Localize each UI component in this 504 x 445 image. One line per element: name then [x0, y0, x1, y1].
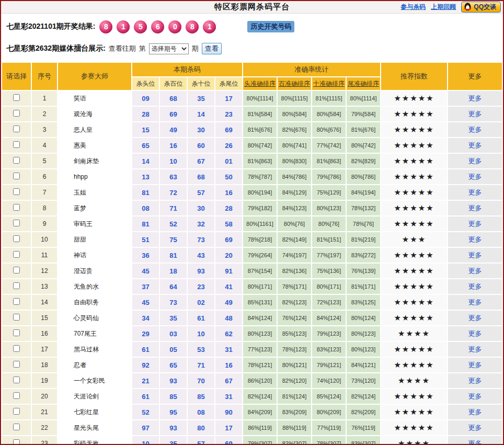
more-link[interactable]: 更多 — [468, 376, 482, 384]
more-link[interactable]: 更多 — [468, 157, 482, 165]
table-row: 22星光头尾9793801786%[119]88%[119]77%[119]76… — [2, 420, 502, 435]
more-link[interactable]: 更多 — [468, 94, 482, 102]
row-checkbox[interactable] — [13, 329, 20, 336]
row-checkbox[interactable] — [13, 392, 20, 399]
period-select[interactable]: 选择期号 — [149, 43, 189, 54]
more-link[interactable]: 更多 — [468, 173, 482, 180]
row-checkbox[interactable] — [13, 204, 20, 211]
more-link[interactable]: 更多 — [468, 125, 482, 133]
kill-code-hundred: 73 — [160, 295, 187, 310]
more-link[interactable]: 更多 — [468, 141, 482, 149]
kill-code-ten: 57 — [188, 436, 214, 445]
row-checkbox[interactable] — [13, 361, 20, 368]
row-checkbox[interactable] — [13, 141, 20, 148]
row-number: 11 — [32, 248, 57, 263]
more-link[interactable]: 更多 — [468, 439, 482, 445]
sort-accuracy-head[interactable]: 头准确排序 — [244, 80, 276, 87]
row-checkbox[interactable] — [13, 110, 20, 117]
more-cell: 更多 — [448, 216, 502, 231]
master-name: 神话 — [58, 248, 131, 263]
accuracy-head: 81%[584] — [243, 107, 277, 121]
row-checkbox[interactable] — [13, 439, 20, 445]
row-number: 13 — [32, 279, 57, 294]
table-row: 20天涯论剑6185853182%[124]81%[124]85%[124]82… — [2, 389, 502, 404]
sort-accuracy-hundred[interactable]: 百准确排序 — [279, 80, 310, 87]
row-select-cell — [2, 154, 31, 168]
row-checkbox[interactable] — [13, 220, 20, 226]
more-link[interactable]: 更多 — [468, 329, 482, 337]
lottery-ball: 8 — [186, 20, 199, 33]
kill-code-ten: 08 — [188, 405, 214, 419]
view-button[interactable]: 查看 — [202, 43, 222, 54]
row-checkbox[interactable] — [13, 282, 20, 289]
accuracy-tail: 83%[125] — [347, 295, 380, 310]
star-rating: ★★★★★ — [381, 389, 447, 404]
sort-accuracy-tail[interactable]: 尾准确排序 — [348, 80, 379, 87]
accuracy-tail: 80%[742] — [347, 138, 380, 153]
header-stars: 推荐指数 — [381, 63, 447, 90]
row-number: 19 — [32, 373, 57, 388]
more-link[interactable]: 更多 — [468, 361, 482, 369]
more-link[interactable]: 更多 — [468, 204, 482, 212]
accuracy-head: 86%[120] — [243, 373, 277, 388]
row-checkbox[interactable] — [13, 188, 20, 195]
more-link[interactable]: 更多 — [468, 314, 482, 322]
row-checkbox[interactable] — [13, 376, 20, 383]
more-link[interactable]: 更多 — [468, 188, 482, 196]
row-checkbox[interactable] — [13, 267, 20, 273]
row-checkbox[interactable] — [13, 298, 20, 305]
row-checkbox[interactable] — [13, 125, 20, 132]
more-link[interactable]: 更多 — [468, 267, 482, 275]
row-checkbox[interactable] — [13, 173, 20, 179]
more-link[interactable]: 更多 — [468, 235, 482, 243]
accuracy-tail: 78%[132] — [347, 201, 380, 215]
more-link[interactable]: 更多 — [468, 220, 482, 227]
header-accuracy-group: 准确率统计 — [243, 63, 380, 76]
more-cell: 更多 — [448, 311, 502, 325]
row-checkbox[interactable] — [13, 251, 20, 258]
qq-chat-button[interactable]: QQ交谈 — [461, 2, 501, 13]
accuracy-ten: 81%[863] — [312, 154, 346, 168]
accuracy-hundred: 83%[209] — [278, 405, 311, 419]
more-link[interactable]: 更多 — [468, 345, 482, 353]
kill-code-hundred: 35 — [160, 311, 187, 325]
row-checkbox[interactable] — [13, 345, 20, 352]
accuracy-head: 87%[154] — [243, 264, 277, 278]
accuracy-hundred: 80%[76] — [278, 216, 311, 231]
row-checkbox[interactable] — [13, 408, 20, 415]
kill-code-tail: 49 — [215, 295, 242, 310]
row-checkbox[interactable] — [13, 94, 20, 101]
more-link[interactable]: 更多 — [468, 110, 482, 118]
lottery-ball: 1 — [117, 20, 130, 33]
more-link[interactable]: 更多 — [468, 282, 482, 290]
kill-code-ten: 67 — [188, 154, 214, 168]
master-name: 澄迈贵 — [58, 264, 131, 278]
kill-code-tail: 20 — [215, 248, 242, 263]
sort-accuracy-ten[interactable]: 十准确排序 — [313, 80, 345, 87]
row-checkbox[interactable] — [13, 424, 20, 430]
more-link[interactable]: 更多 — [468, 408, 482, 416]
more-link[interactable]: 更多 — [468, 392, 482, 400]
row-checkbox[interactable] — [13, 235, 20, 242]
master-name: 707尾王 — [58, 326, 131, 341]
result-balls: 8156081 — [99, 20, 220, 33]
row-checkbox[interactable] — [13, 157, 20, 164]
kill-code-hundred: 16 — [160, 138, 187, 153]
table-row: 18忍者9265711678%[121]80%[121]79%[121]84%[… — [2, 358, 502, 372]
accuracy-head: 86%[119] — [243, 420, 277, 435]
row-checkbox[interactable] — [13, 314, 20, 321]
kill-code-tail: 17 — [215, 420, 242, 435]
kill-code-hundred: 81 — [160, 248, 187, 263]
history-numbers-button[interactable]: 历史开奖号码 — [247, 21, 294, 32]
more-link[interactable]: 更多 — [468, 251, 482, 259]
join-killcode-link[interactable]: 参与杀码 — [400, 3, 426, 12]
star-rating: ★★★★★ — [381, 107, 447, 121]
accuracy-head: 78%[218] — [243, 232, 277, 247]
accuracy-hundred: 78%[123] — [278, 342, 311, 357]
kill-code-hundred: 05 — [160, 342, 187, 357]
more-link[interactable]: 更多 — [468, 424, 482, 431]
accuracy-tail: 80%[123] — [347, 326, 380, 341]
master-name: 剑南床垫 — [58, 154, 131, 168]
last-period-review-link[interactable]: 上期回顾 — [431, 3, 456, 12]
more-link[interactable]: 更多 — [468, 298, 482, 306]
